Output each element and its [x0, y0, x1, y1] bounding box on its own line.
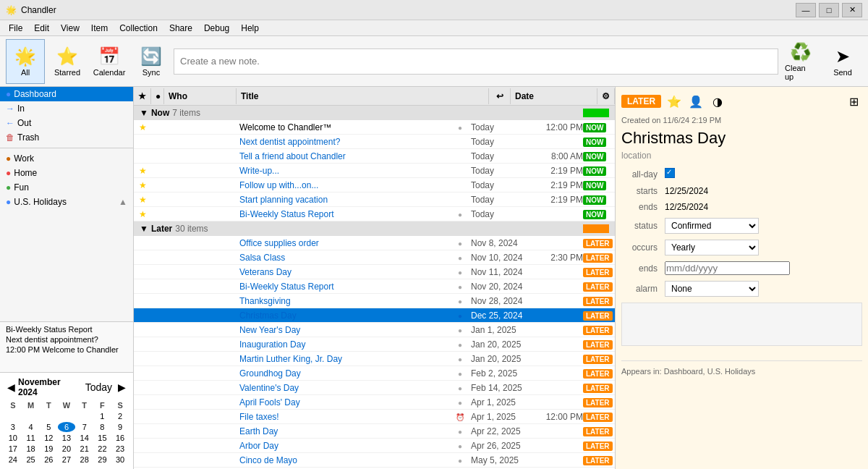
menu-collection[interactable]: Collection: [114, 22, 163, 35]
detail-star-button[interactable]: ⭐: [665, 93, 683, 110]
table-row[interactable]: Tell a friend about Chandler Today 8:00 …: [134, 149, 615, 164]
table-row[interactable]: Martin Luther King, Jr. Day ● Jan 20, 20…: [134, 352, 615, 366]
cal-day[interactable]: 21: [76, 444, 93, 454]
detail-person-button[interactable]: 👤: [687, 93, 705, 110]
cal-day[interactable]: 20: [58, 444, 75, 454]
cal-day[interactable]: 24: [4, 455, 22, 465]
sidebar-item-work[interactable]: ● Work: [0, 151, 133, 166]
ends2-input[interactable]: [665, 261, 790, 275]
later-toggle[interactable]: ▼: [140, 224, 148, 234]
table-row[interactable]: ★ Bi-Weekly Status Report ● Today NOW: [134, 207, 615, 221]
alarm-select[interactable]: None At event 5 minutes before 15 minute…: [665, 281, 759, 297]
table-row[interactable]: Veterans Day ● Nov 11, 2024 LATER: [134, 265, 615, 279]
detail-expand-button[interactable]: ⊞: [845, 93, 862, 110]
cal-day[interactable]: 3: [4, 422, 22, 432]
sidebar-item-home[interactable]: ● Home: [0, 166, 133, 180]
row-title[interactable]: Thanksgiving: [237, 296, 449, 306]
table-row[interactable]: ★ Write-up... Today 2:19 PM NOW: [134, 164, 615, 178]
th-title[interactable]: Title: [237, 88, 489, 104]
table-row[interactable]: Christmas Day ● Dec 25, 2024 LATER: [134, 308, 615, 323]
row-title[interactable]: New Year's Day: [237, 325, 449, 335]
cal-day[interactable]: 22: [94, 444, 111, 454]
cal-day[interactable]: 26: [40, 455, 57, 465]
status-select[interactable]: Confirmed Tentative Cancelled: [665, 218, 759, 234]
row-title[interactable]: Bi-Weekly Status Report: [237, 209, 449, 219]
row-title[interactable]: Start planning vacation: [237, 195, 449, 205]
cal-day[interactable]: 28: [76, 455, 93, 465]
table-row[interactable]: Cinco de Mayo ● May 5, 2025 LATER: [134, 453, 615, 468]
table-row[interactable]: Office supplies order ● Nov 8, 2024 LATE…: [134, 236, 615, 250]
cal-day[interactable]: 13: [58, 433, 75, 443]
table-row[interactable]: Thanksgiving ● Nov 28, 2024 LATER: [134, 294, 615, 308]
row-title[interactable]: Tell a friend about Chandler: [237, 151, 449, 161]
menu-edit[interactable]: Edit: [28, 22, 55, 35]
menu-help[interactable]: Help: [235, 22, 265, 35]
table-row[interactable]: Groundhog Day ● Feb 2, 2025 LATER: [134, 366, 615, 381]
ends-value[interactable]: 12/25/2024: [665, 202, 862, 212]
menu-share[interactable]: Share: [163, 22, 198, 35]
table-row[interactable]: Salsa Class ● Nov 10, 2024 2:30 PM LATER: [134, 250, 615, 265]
cal-day[interactable]: 8: [94, 422, 111, 432]
send-button[interactable]: ➤ Send: [823, 39, 862, 84]
cal-day[interactable]: 15: [94, 433, 111, 443]
table-row[interactable]: ★ Start planning vacation Today 2:19 PM …: [134, 193, 615, 207]
cal-day[interactable]: 1: [94, 411, 111, 421]
row-title[interactable]: Write-up...: [237, 166, 449, 176]
cal-day[interactable]: 5: [40, 422, 57, 432]
occurs-select[interactable]: Once Daily Weekly Monthly Yearly: [665, 240, 759, 255]
row-title[interactable]: Martin Luther King, Jr. Day: [237, 354, 449, 364]
table-row[interactable]: Valentine's Day ● Feb 14, 2025 LATER: [134, 381, 615, 395]
maximize-button[interactable]: □: [819, 3, 839, 17]
menu-debug[interactable]: Debug: [198, 22, 235, 35]
cal-day[interactable]: 18: [22, 444, 40, 454]
row-title[interactable]: File taxes!: [237, 412, 449, 422]
th-who[interactable]: Who: [164, 88, 237, 104]
cal-day[interactable]: 25: [22, 455, 40, 465]
cal-day[interactable]: 23: [111, 444, 129, 454]
row-title[interactable]: Valentine's Day: [237, 383, 449, 393]
table-row[interactable]: ★ Follow up with...on... Today 2:19 PM N…: [134, 178, 615, 193]
row-title[interactable]: Inauguration Day: [237, 339, 449, 350]
row-title[interactable]: Arbor Day: [237, 441, 449, 451]
starred-button[interactable]: ⭐ Starred: [48, 39, 87, 84]
th-date[interactable]: Date: [511, 88, 597, 104]
minimize-button[interactable]: —: [796, 3, 816, 17]
table-row[interactable]: Next dentist appointment? Today NOW: [134, 135, 615, 149]
sidebar-item-out[interactable]: ← Out: [0, 116, 133, 130]
cal-day[interactable]: 9: [111, 422, 129, 432]
row-title[interactable]: Welcome to Chandler™: [237, 122, 449, 132]
table-row[interactable]: Earth Day ● Apr 22, 2025 LATER: [134, 424, 615, 439]
sidebar-item-trash[interactable]: 🗑 Trash: [0, 130, 133, 145]
table-row[interactable]: ★ Welcome to Chandler™ ● Today 12:00 PM …: [134, 120, 615, 135]
table-row[interactable]: April Fools' Day ● Apr 1, 2025 LATER: [134, 395, 615, 410]
row-title[interactable]: Earth Day: [237, 426, 449, 436]
cal-day[interactable]: 27: [58, 455, 75, 465]
detail-clock-button[interactable]: ◑: [709, 93, 726, 110]
row-title[interactable]: Next dentist appointment?: [237, 137, 449, 147]
cal-day[interactable]: 19: [40, 444, 57, 454]
cal-day[interactable]: 10: [4, 433, 22, 443]
row-title[interactable]: Groundhog Day: [237, 368, 449, 379]
cal-day[interactable]: 29: [94, 455, 111, 465]
sidebar-item-dashboard[interactable]: ● Dashboard: [0, 87, 133, 101]
cal-day[interactable]: 14: [76, 433, 93, 443]
note-input[interactable]: [174, 48, 778, 75]
cal-next-button[interactable]: ▶: [115, 381, 129, 393]
cal-day[interactable]: 12: [40, 433, 57, 443]
cleanup-button[interactable]: ♻️ Clean up: [781, 39, 820, 84]
starts-value[interactable]: 12/25/2024: [665, 186, 862, 196]
close-button[interactable]: ✕: [842, 3, 862, 17]
row-title[interactable]: April Fools' Day: [237, 397, 449, 407]
cal-day[interactable]: 16: [111, 433, 129, 443]
row-title[interactable]: Salsa Class: [237, 253, 449, 263]
row-title[interactable]: Follow up with...on...: [237, 180, 449, 190]
cal-today-button[interactable]: Today: [82, 381, 115, 393]
cal-prev-button[interactable]: ◀: [4, 381, 18, 393]
cal-day[interactable]: 2: [111, 411, 129, 421]
cal-day[interactable]: 7: [76, 422, 93, 432]
sidebar-item-in[interactable]: → In: [0, 101, 133, 116]
now-toggle[interactable]: ▼: [140, 108, 148, 118]
row-title[interactable]: Cinco de Mayo: [237, 455, 449, 465]
table-row[interactable]: File taxes! ⏰ Apr 1, 2025 12:00 PM LATER: [134, 410, 615, 424]
row-title[interactable]: Veterans Day: [237, 267, 449, 277]
